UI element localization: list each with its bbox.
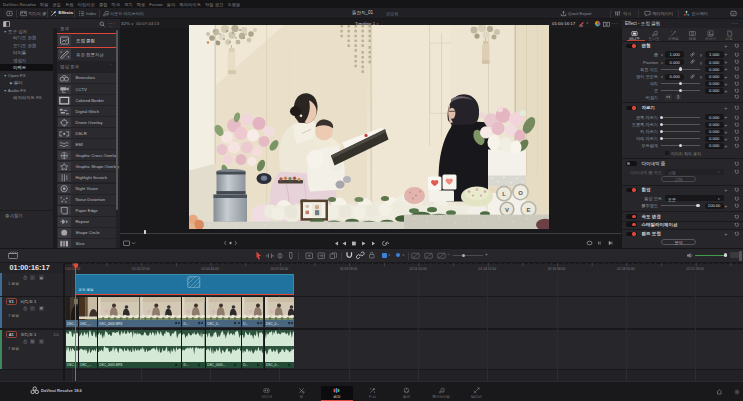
svg-text:V: V xyxy=(505,207,509,213)
svg-text:L: L xyxy=(502,191,506,197)
svg-text:E: E xyxy=(526,207,530,213)
svg-text:O: O xyxy=(518,190,523,196)
